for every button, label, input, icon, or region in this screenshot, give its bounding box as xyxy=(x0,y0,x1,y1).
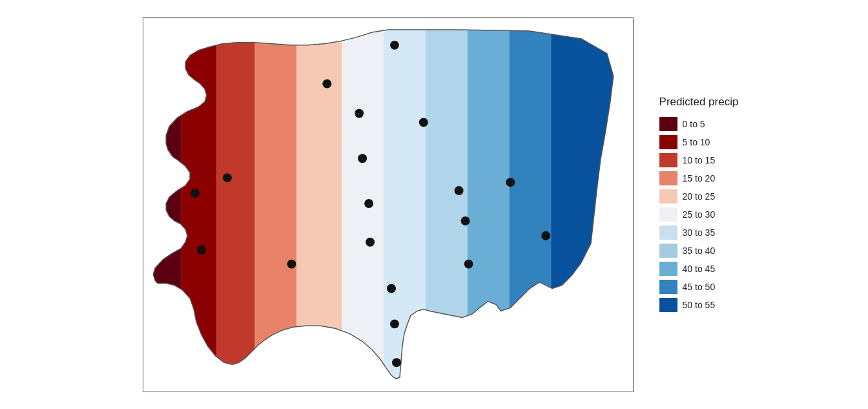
data-dot xyxy=(287,259,296,268)
data-dot xyxy=(460,216,470,225)
svg-rect-0 xyxy=(143,18,181,392)
legend-item: 20 to 25 xyxy=(659,187,716,205)
legend-title: Predicted precip xyxy=(659,96,739,109)
legend-label: 20 to 25 xyxy=(683,191,716,202)
legend-items: 0 to 55 to 1010 to 1515 to 2020 to 2525 … xyxy=(659,115,716,314)
legend-label: 0 to 5 xyxy=(683,119,705,129)
legend-container: Predicted precip 0 to 55 to 1010 to 1515… xyxy=(659,96,739,314)
svg-rect-3 xyxy=(254,18,296,392)
svg-rect-4 xyxy=(296,18,342,392)
legend-swatch xyxy=(659,171,677,185)
legend-swatch xyxy=(659,225,677,240)
legend-swatch xyxy=(659,135,677,149)
legend-swatch xyxy=(659,262,677,276)
data-dot xyxy=(222,173,231,182)
legend-item: 10 to 15 xyxy=(659,151,716,169)
svg-rect-1 xyxy=(181,18,216,392)
legend-label: 10 to 15 xyxy=(683,155,716,165)
legend-item: 40 to 45 xyxy=(659,260,716,278)
legend-label: 30 to 35 xyxy=(683,227,716,238)
legend-item: 25 to 30 xyxy=(659,205,716,224)
data-dot xyxy=(355,109,364,118)
legend-label: 40 to 45 xyxy=(683,264,716,274)
svg-rect-9 xyxy=(509,18,551,392)
svg-rect-7 xyxy=(425,18,467,392)
data-dot xyxy=(506,178,515,187)
data-dot xyxy=(366,237,375,246)
data-dot xyxy=(390,319,399,328)
data-dot xyxy=(322,79,331,88)
chart-container: Predicted precip 0 to 55 to 1010 to 1515… xyxy=(0,0,868,409)
svg-rect-6 xyxy=(384,18,426,392)
legend-item: 35 to 40 xyxy=(659,242,716,260)
legend-label: 25 to 30 xyxy=(683,209,716,220)
legend-label: 35 to 40 xyxy=(683,246,716,256)
legend-item: 15 to 20 xyxy=(659,169,716,187)
legend-label: 5 to 10 xyxy=(683,137,710,147)
legend-item: 45 to 50 xyxy=(659,278,716,296)
legend-swatch xyxy=(659,207,677,222)
svg-rect-8 xyxy=(467,18,509,392)
legend-item: 50 to 55 xyxy=(659,296,716,314)
legend-label: 15 to 20 xyxy=(683,173,716,184)
svg-rect-10 xyxy=(551,18,633,392)
data-dot xyxy=(197,245,206,254)
legend-label: 45 to 50 xyxy=(683,282,716,292)
legend-swatch xyxy=(659,189,677,204)
data-dot xyxy=(541,231,550,240)
data-dot xyxy=(464,259,473,268)
data-dot xyxy=(392,358,401,367)
data-dot xyxy=(454,186,463,195)
legend-item: 5 to 10 xyxy=(659,133,716,151)
legend-item: 30 to 35 xyxy=(659,224,716,242)
legend-swatch xyxy=(659,153,677,167)
legend-item: 0 to 5 xyxy=(659,115,716,133)
svg-rect-5 xyxy=(342,18,384,392)
legend-swatch xyxy=(659,244,677,258)
data-dot xyxy=(418,118,428,127)
data-dot xyxy=(358,154,367,163)
map-frame xyxy=(143,17,634,392)
svg-rect-2 xyxy=(216,18,254,392)
data-dot xyxy=(390,40,399,49)
texas-map-svg xyxy=(143,18,633,392)
data-dot xyxy=(387,284,396,293)
legend-swatch xyxy=(659,280,677,294)
legend-label: 50 to 55 xyxy=(683,300,716,310)
legend-swatch xyxy=(659,117,677,131)
legend-swatch xyxy=(659,298,677,312)
data-dot xyxy=(364,199,373,208)
data-dot xyxy=(191,189,200,198)
